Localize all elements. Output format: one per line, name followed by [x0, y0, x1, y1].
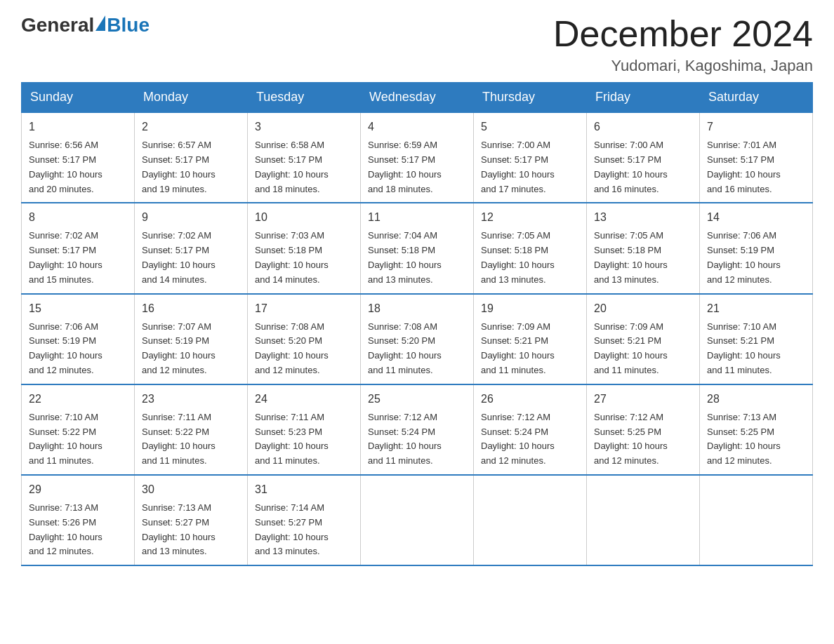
day-info: Sunrise: 6:56 AMSunset: 5:17 PMDaylight:… [29, 140, 102, 194]
table-row: 22 Sunrise: 7:10 AMSunset: 5:22 PMDaylig… [22, 384, 135, 475]
table-row: 2 Sunrise: 6:57 AMSunset: 5:17 PMDayligh… [135, 112, 248, 203]
table-row: 25 Sunrise: 7:12 AMSunset: 5:24 PMDaylig… [361, 384, 474, 475]
day-number: 18 [368, 300, 466, 317]
header-tuesday: Tuesday [248, 83, 361, 113]
calendar-week-row: 22 Sunrise: 7:10 AMSunset: 5:22 PMDaylig… [22, 384, 813, 475]
day-info: Sunrise: 7:11 AMSunset: 5:22 PMDaylight:… [142, 412, 216, 466]
day-number: 29 [29, 481, 127, 498]
table-row: 23 Sunrise: 7:11 AMSunset: 5:22 PMDaylig… [135, 384, 248, 475]
calendar-week-row: 29 Sunrise: 7:13 AMSunset: 5:26 PMDaylig… [22, 475, 813, 565]
day-number: 3 [255, 119, 353, 135]
day-info: Sunrise: 7:13 AMSunset: 5:25 PMDaylight:… [707, 412, 781, 466]
day-info: Sunrise: 7:14 AMSunset: 5:27 PMDaylight:… [255, 502, 329, 556]
day-info: Sunrise: 7:13 AMSunset: 5:26 PMDaylight:… [29, 502, 102, 556]
day-info: Sunrise: 7:06 AMSunset: 5:19 PMDaylight:… [29, 321, 102, 375]
table-row: 16 Sunrise: 7:07 AMSunset: 5:19 PMDaylig… [135, 294, 248, 384]
table-row [361, 475, 474, 565]
logo: General Blue [21, 14, 150, 36]
day-number: 1 [29, 119, 127, 135]
day-number: 12 [481, 209, 579, 226]
table-row: 21 Sunrise: 7:10 AMSunset: 5:21 PMDaylig… [700, 294, 813, 384]
day-number: 14 [707, 209, 805, 226]
day-number: 26 [481, 391, 579, 408]
logo-general-text: General [21, 14, 94, 36]
table-row: 20 Sunrise: 7:09 AMSunset: 5:21 PMDaylig… [587, 294, 700, 384]
day-number: 16 [142, 300, 240, 317]
day-info: Sunrise: 7:05 AMSunset: 5:18 PMDaylight:… [594, 230, 668, 284]
table-row: 24 Sunrise: 7:11 AMSunset: 5:23 PMDaylig… [248, 384, 361, 475]
day-number: 10 [255, 209, 353, 226]
table-row: 14 Sunrise: 7:06 AMSunset: 5:19 PMDaylig… [700, 203, 813, 293]
table-row: 18 Sunrise: 7:08 AMSunset: 5:20 PMDaylig… [361, 294, 474, 384]
day-number: 13 [594, 209, 692, 226]
day-info: Sunrise: 7:12 AMSunset: 5:24 PMDaylight:… [368, 412, 442, 466]
table-row: 1 Sunrise: 6:56 AMSunset: 5:17 PMDayligh… [22, 112, 135, 203]
table-row: 11 Sunrise: 7:04 AMSunset: 5:18 PMDaylig… [361, 203, 474, 293]
table-row: 31 Sunrise: 7:14 AMSunset: 5:27 PMDaylig… [248, 475, 361, 565]
day-info: Sunrise: 7:08 AMSunset: 5:20 PMDaylight:… [255, 321, 329, 375]
day-number: 6 [594, 119, 692, 135]
table-row: 8 Sunrise: 7:02 AMSunset: 5:17 PMDayligh… [22, 203, 135, 293]
calendar-week-row: 8 Sunrise: 7:02 AMSunset: 5:17 PMDayligh… [22, 203, 813, 293]
day-number: 19 [481, 300, 579, 317]
day-info: Sunrise: 7:02 AMSunset: 5:17 PMDaylight:… [29, 230, 102, 284]
day-info: Sunrise: 6:59 AMSunset: 5:17 PMDaylight:… [368, 140, 442, 194]
day-number: 11 [368, 209, 466, 226]
table-row: 6 Sunrise: 7:00 AMSunset: 5:17 PMDayligh… [587, 112, 700, 203]
day-info: Sunrise: 7:03 AMSunset: 5:18 PMDaylight:… [255, 230, 329, 284]
table-row [587, 475, 700, 565]
day-info: Sunrise: 7:08 AMSunset: 5:20 PMDaylight:… [368, 321, 442, 375]
table-row: 9 Sunrise: 7:02 AMSunset: 5:17 PMDayligh… [135, 203, 248, 293]
day-number: 8 [29, 209, 127, 226]
table-row: 5 Sunrise: 7:00 AMSunset: 5:17 PMDayligh… [474, 112, 587, 203]
table-row: 13 Sunrise: 7:05 AMSunset: 5:18 PMDaylig… [587, 203, 700, 293]
table-row: 3 Sunrise: 6:58 AMSunset: 5:17 PMDayligh… [248, 112, 361, 203]
day-info: Sunrise: 7:04 AMSunset: 5:18 PMDaylight:… [368, 230, 442, 284]
header-thursday: Thursday [474, 83, 587, 113]
header-sunday: Sunday [22, 83, 135, 113]
calendar-table: Sunday Monday Tuesday Wednesday Thursday… [21, 82, 813, 566]
day-info: Sunrise: 7:10 AMSunset: 5:22 PMDaylight:… [29, 412, 102, 466]
day-number: 30 [142, 481, 240, 498]
day-info: Sunrise: 7:13 AMSunset: 5:27 PMDaylight:… [142, 502, 216, 556]
table-row: 28 Sunrise: 7:13 AMSunset: 5:25 PMDaylig… [700, 384, 813, 475]
day-number: 27 [594, 391, 692, 408]
day-number: 31 [255, 481, 353, 498]
table-row: 15 Sunrise: 7:06 AMSunset: 5:19 PMDaylig… [22, 294, 135, 384]
table-row: 30 Sunrise: 7:13 AMSunset: 5:27 PMDaylig… [135, 475, 248, 565]
day-info: Sunrise: 7:06 AMSunset: 5:19 PMDaylight:… [707, 230, 781, 284]
day-info: Sunrise: 7:09 AMSunset: 5:21 PMDaylight:… [481, 321, 555, 375]
day-number: 24 [255, 391, 353, 408]
day-number: 5 [481, 119, 579, 135]
month-title: December 2024 [553, 14, 813, 54]
page-header: General Blue December 2024 Yudomari, Kag… [21, 14, 813, 75]
day-number: 21 [707, 300, 805, 317]
calendar-week-row: 15 Sunrise: 7:06 AMSunset: 5:19 PMDaylig… [22, 294, 813, 384]
table-row: 29 Sunrise: 7:13 AMSunset: 5:26 PMDaylig… [22, 475, 135, 565]
day-info: Sunrise: 7:10 AMSunset: 5:21 PMDaylight:… [707, 321, 781, 375]
day-info: Sunrise: 7:12 AMSunset: 5:24 PMDaylight:… [481, 412, 555, 466]
table-row: 27 Sunrise: 7:12 AMSunset: 5:25 PMDaylig… [587, 384, 700, 475]
table-row: 26 Sunrise: 7:12 AMSunset: 5:24 PMDaylig… [474, 384, 587, 475]
day-info: Sunrise: 7:05 AMSunset: 5:18 PMDaylight:… [481, 230, 555, 284]
day-info: Sunrise: 7:02 AMSunset: 5:17 PMDaylight:… [142, 230, 216, 284]
day-number: 25 [368, 391, 466, 408]
day-info: Sunrise: 6:58 AMSunset: 5:17 PMDaylight:… [255, 140, 329, 194]
location-subtitle: Yudomari, Kagoshima, Japan [553, 57, 813, 75]
day-number: 23 [142, 391, 240, 408]
title-section: December 2024 Yudomari, Kagoshima, Japan [553, 14, 813, 75]
day-number: 20 [594, 300, 692, 317]
day-number: 9 [142, 209, 240, 226]
table-row [474, 475, 587, 565]
calendar-week-row: 1 Sunrise: 6:56 AMSunset: 5:17 PMDayligh… [22, 112, 813, 203]
day-info: Sunrise: 7:09 AMSunset: 5:21 PMDaylight:… [594, 321, 668, 375]
day-info: Sunrise: 7:11 AMSunset: 5:23 PMDaylight:… [255, 412, 329, 466]
table-row: 10 Sunrise: 7:03 AMSunset: 5:18 PMDaylig… [248, 203, 361, 293]
days-header-row: Sunday Monday Tuesday Wednesday Thursday… [22, 83, 813, 113]
header-friday: Friday [587, 83, 700, 113]
day-info: Sunrise: 7:12 AMSunset: 5:25 PMDaylight:… [594, 412, 668, 466]
header-saturday: Saturday [700, 83, 813, 113]
day-info: Sunrise: 7:00 AMSunset: 5:17 PMDaylight:… [481, 140, 555, 194]
day-info: Sunrise: 7:01 AMSunset: 5:17 PMDaylight:… [707, 140, 781, 194]
day-number: 28 [707, 391, 805, 408]
